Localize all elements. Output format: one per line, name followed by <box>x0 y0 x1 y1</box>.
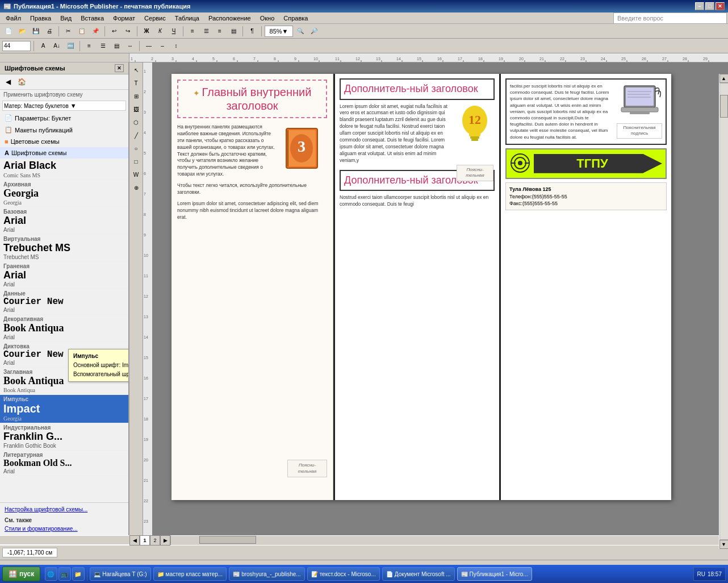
menu-layout[interactable]: Расположение <box>204 14 256 23</box>
font-scheme-item-impact[interactable]: Импульс Impact Georgia <box>0 395 128 423</box>
zoom-in-button[interactable]: 🔍 <box>294 25 307 38</box>
tb2-btn8[interactable]: — <box>143 40 155 52</box>
tb2-btn6[interactable]: ▤ <box>110 40 123 52</box>
tool-arrow[interactable]: ↖ <box>130 64 143 76</box>
save-button[interactable]: 💾 <box>30 25 42 38</box>
underline-button[interactable]: Ч <box>168 25 180 38</box>
styles-formatting-link[interactable]: Стили и форматирование... <box>0 524 128 535</box>
italic-button[interactable]: К <box>154 25 166 38</box>
taskbar-item-4[interactable]: 📄 Документ Microsoft ... <box>382 567 455 581</box>
tool-hotspot[interactable]: ⊕ <box>130 181 143 194</box>
font-scheme-item-book-antiqua[interactable]: Декоративная Book Antiqua Arial <box>0 315 128 342</box>
menu-insert[interactable]: Вставка <box>76 14 108 23</box>
tb2-btn3[interactable]: 🔤 <box>64 40 77 52</box>
font-scheme-item-granenaya[interactable]: Граненая Arial Arial <box>0 262 128 289</box>
scrollbar-thumb[interactable] <box>720 95 728 118</box>
svg-text:16: 16 <box>437 57 442 61</box>
tb2-btn10[interactable]: ↕ <box>170 40 182 52</box>
menu-help[interactable]: Справка <box>279 14 312 23</box>
justify-button[interactable]: ▤ <box>227 25 240 38</box>
pilcrow-button[interactable]: ¶ <box>246 25 258 38</box>
font-size-input[interactable]: 44 <box>2 41 31 51</box>
next-page-button[interactable]: ▶ <box>160 535 170 545</box>
prev-page-button[interactable]: ◀ <box>129 535 140 545</box>
undo-button[interactable]: ↩ <box>108 25 120 38</box>
tb2-btn5[interactable]: ☰ <box>97 40 109 52</box>
sidebar-section-fonts[interactable]: A Шрифтовые схемы <box>0 147 128 159</box>
align-left-button[interactable]: ≡ <box>186 25 199 38</box>
open-button[interactable]: 📂 <box>16 25 28 38</box>
font-scheme-settings-link[interactable]: Настройка шрифтовой схемы... <box>0 502 128 516</box>
menu-view[interactable]: Вид <box>56 14 76 23</box>
align-right-button[interactable]: ≡ <box>214 25 226 38</box>
help-search-box[interactable]: Введите вопрос <box>613 13 727 24</box>
start-button[interactable]: 🪟 пуск <box>2 567 40 581</box>
tool-text[interactable]: T <box>130 77 143 89</box>
taskbar-item-3[interactable]: 📝 текст.docx - Microso... <box>307 567 380 581</box>
sidebar-section-colors[interactable]: ■ Цветовые схемы <box>0 136 128 147</box>
align-center-button[interactable]: ☰ <box>200 25 212 38</box>
sidebar-section-layouts[interactable]: 📋 Макеты публикаций <box>0 124 128 136</box>
document-canvas-area[interactable]: 1 2 3 4 5 6 7 8 9 10 11 12 13 14 15 16 1 <box>143 63 728 535</box>
svg-text:3: 3 <box>171 57 174 61</box>
font-scheme-item-arial[interactable]: Базовая Arial Arial <box>0 207 128 235</box>
menu-service[interactable]: Сервис <box>140 14 170 23</box>
sidebar-icon-2[interactable]: 🏠 <box>16 76 27 88</box>
right-body-text-content: facilisi.per suscipit lobortis nisl ut a… <box>510 83 613 140</box>
new-button[interactable]: 📄 <box>2 25 15 38</box>
sidebar-section-params[interactable]: 📄 Параметры: Буклет <box>0 112 128 124</box>
tb2-btn2[interactable]: A↓ <box>51 40 63 52</box>
scrollbar-up-button[interactable]: ▲ <box>719 74 729 83</box>
font-scheme-item-courier[interactable]: Данные Courier New Arial <box>0 289 128 315</box>
maximize-button[interactable]: □ <box>705 2 714 10</box>
tool-oval[interactable]: ○ <box>130 142 143 155</box>
tool-line[interactable]: ╱ <box>130 129 143 141</box>
print-button[interactable]: 🖨 <box>43 25 56 38</box>
menu-window[interactable]: Окно <box>256 14 279 23</box>
tool-table[interactable]: ⊞ <box>130 90 143 102</box>
vertical-scrollbar[interactable]: ▲ ▼ <box>719 74 728 549</box>
page-1-button[interactable]: 1 <box>140 535 150 545</box>
taskbar-item-2[interactable]: 📰 broshyura_-_publishe... <box>229 567 305 581</box>
paste-button[interactable]: 📌 <box>89 25 102 38</box>
tool-wordart[interactable]: W <box>130 168 143 181</box>
taskbar-item-5[interactable]: 📰 Публикация1 - Micro... <box>457 567 532 581</box>
h-scrollbar-track[interactable] <box>170 536 719 545</box>
cut-button[interactable]: ✂ <box>62 25 74 38</box>
redo-button[interactable]: ↪ <box>122 25 134 38</box>
scrollbar-down-button[interactable]: ▼ <box>719 540 729 549</box>
bold-button[interactable]: Ж <box>140 25 153 38</box>
ql-media[interactable]: 📺 <box>58 567 71 581</box>
menu-edit[interactable]: Правка <box>26 14 56 23</box>
zoom-out-button[interactable]: 🔎 <box>308 25 320 38</box>
font-scheme-item-trebuchet[interactable]: Виртуальная Trebuchet MS Trebuchet MS <box>0 235 128 262</box>
ql-ie[interactable]: 🌐 <box>45 567 57 581</box>
font-scheme-item-industrial[interactable]: Индустриальная Franklin G... Franklin Go… <box>0 423 128 451</box>
tb2-btn9[interactable]: – <box>156 40 169 52</box>
menu-format[interactable]: Формат <box>108 14 140 23</box>
tb2-btn1[interactable]: A <box>37 40 49 52</box>
copy-button[interactable]: 📋 <box>76 25 88 38</box>
taskbar-item-0[interactable]: 💻 Нагайцева Т (G:) <box>90 567 150 581</box>
close-button[interactable]: ✕ <box>716 2 725 10</box>
zoom-box[interactable]: 85%▼ <box>265 26 293 37</box>
taskbar-item-1[interactable]: 📁 мастер класс матер... <box>153 567 227 581</box>
minimize-button[interactable]: − <box>695 2 704 10</box>
left-tool-panel: ↖ T ⊞ 🖼 ⬡ ╱ ○ □ W ⊕ <box>129 63 143 535</box>
tb2-btn4[interactable]: ≡ <box>83 40 95 52</box>
font-scheme-item-georgia[interactable]: Архивная Georgia Georgia <box>0 180 128 207</box>
h-scrollbar-thumb[interactable] <box>199 536 256 544</box>
tool-shapes[interactable]: ⬡ <box>130 116 143 128</box>
page-2-button[interactable]: 2 <box>150 535 160 545</box>
tool-picture[interactable]: 🖼 <box>130 103 143 115</box>
sidebar-icon-1[interactable]: ◀ <box>2 76 14 88</box>
master-dropdown[interactable]: Матер: Мастер буклетов ▼ <box>2 101 126 111</box>
menu-file[interactable]: Файл <box>1 14 26 23</box>
ql-folder[interactable]: 📁 <box>72 567 85 581</box>
font-scheme-item-literary[interactable]: Литературная Bookman Old S... Arial <box>0 451 128 476</box>
font-scheme-item-default[interactable]: Arial Black Comic Sans MS <box>0 159 128 180</box>
tool-rect[interactable]: □ <box>130 155 143 168</box>
tb2-btn7[interactable]: ↔ <box>124 40 136 52</box>
menu-table[interactable]: Таблица <box>170 14 204 23</box>
sidebar-close-button[interactable]: ✕ <box>115 64 124 72</box>
